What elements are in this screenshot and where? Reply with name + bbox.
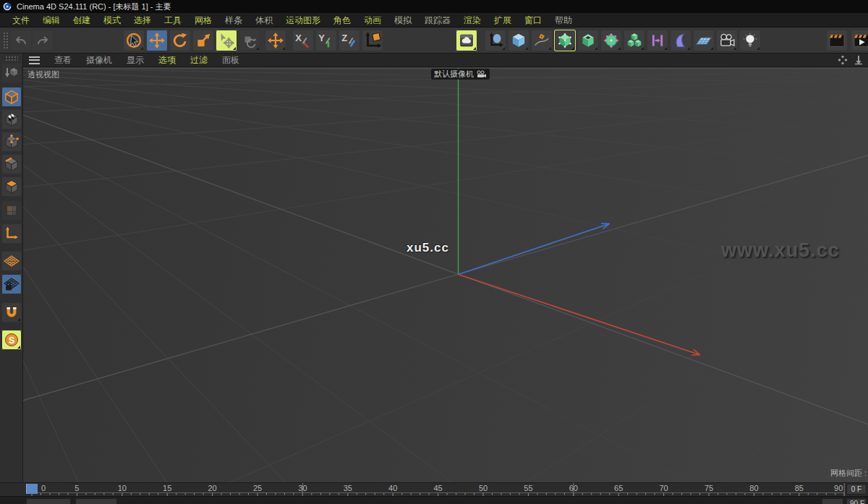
snap-button[interactable] [1,302,22,323]
menu-mesh[interactable]: 网格 [188,13,218,27]
live-selection-button[interactable] [123,30,145,51]
menu-extensions[interactable]: 扩展 [488,13,518,27]
vp-menu-options[interactable]: 选项 [151,54,183,67]
cube-primitive-button[interactable] [508,30,529,51]
start-frame-field[interactable] [26,498,71,504]
lock-x-axis-button[interactable]: X [292,30,314,51]
default-camera-chip[interactable]: 默认摄像机 [431,69,490,80]
menu-edit[interactable]: 编辑 [36,13,67,27]
field-button[interactable] [647,30,668,51]
menu-simulate[interactable]: 模拟 [388,13,418,27]
bend-deformer-button[interactable] [670,30,692,51]
vp-menu-display[interactable]: 显示 [119,54,151,67]
rotate-tool-button[interactable] [169,30,191,51]
lock-z-axis-button[interactable]: Z [339,30,360,51]
move-tool-button[interactable] [146,30,168,51]
workplane-button[interactable] [1,251,22,271]
locked-workplane-rotate-button[interactable] [239,30,260,51]
undo-button[interactable] [10,30,32,51]
make-editable-button[interactable] [1,63,22,83]
floor-button[interactable] [693,30,715,51]
play-preview-button[interactable] [851,30,868,51]
redo-button[interactable] [32,30,54,51]
uv-mode-button[interactable] [1,200,22,221]
uv-mode-icon [4,202,20,218]
points-mode-button[interactable] [1,132,22,152]
spline-pen-button[interactable] [531,30,553,51]
axis-mode-icon [4,226,20,242]
null-object-button[interactable] [485,30,506,51]
edges-mode-icon [4,156,20,172]
scale-icon [195,32,212,49]
texture-mode-button[interactable] [1,109,22,129]
menu-spline[interactable]: 样条 [218,13,249,27]
menu-character[interactable]: 角色 [327,13,357,27]
extrude-button[interactable] [577,30,599,51]
subdivision-surface-button[interactable] [554,30,576,51]
model-mode-button[interactable] [1,87,22,107]
toolbar-drag-handle[interactable] [3,32,8,49]
last-used-tool-button[interactable] [265,30,286,51]
axis-mode-button[interactable] [1,223,22,244]
cloner-button[interactable] [624,30,645,51]
extrude-icon [579,32,597,49]
menu-animate[interactable]: 动画 [357,13,388,27]
menu-mode[interactable]: 模式 [97,13,127,27]
timeline-tick-label: 25 [253,484,262,492]
lock-workplane-button[interactable] [1,274,22,294]
vp-menu-filter[interactable]: 过滤 [183,54,215,67]
timeline-tick-label: 60 [569,484,578,492]
tweak-mode-button[interactable] [216,30,237,51]
viewport-move-icon[interactable] [838,55,848,65]
lock-workplane-icon [4,276,20,292]
menu-file[interactable]: 文件 [6,13,36,27]
watermark-center: xu5.cc [407,241,449,255]
clapperboard-icon [827,31,846,50]
coordinate-system-button[interactable] [362,30,383,51]
frame-step-field[interactable] [75,498,117,504]
viewport-pin-icon[interactable] [854,55,864,65]
menu-select[interactable]: 选择 [127,13,158,27]
camera-button[interactable] [716,30,738,51]
grid-spacing-label: 网格间距 : [830,468,867,479]
render-view-button[interactable] [456,30,477,51]
window-title: Cinema 4D S24.111 (RC) - [未标题 1] - 主要 [17,1,171,12]
bend-icon [672,32,689,49]
light-button[interactable] [739,30,761,51]
timeline-tick-label: 30 [298,484,307,492]
menu-volume[interactable]: 体积 [249,13,279,27]
vp-menu-view[interactable]: 查看 [47,54,79,67]
timeline-window-button[interactable] [826,30,848,51]
menu-help[interactable]: 帮助 [548,13,579,27]
menu-mograph[interactable]: 运动图形 [279,13,327,27]
lock-y-axis-icon: Y [317,31,336,50]
lock-y-axis-button[interactable]: Y [315,30,337,51]
lock-x-axis-icon: X [294,31,312,50]
vp-menu-panel[interactable]: 面板 [215,54,247,67]
live-selection-icon [125,32,142,49]
lock-z-axis-icon: Z [340,31,359,50]
end-frame-field[interactable]: 90 F [846,498,867,504]
menu-create[interactable]: 创建 [67,13,97,27]
cloner-icon [626,32,643,49]
current-frame-field[interactable]: 0 F [846,484,867,495]
perspective-viewport[interactable]: 透视视图 默认摄像机 xu5.cc www.xu5.cc 网格间距 : [23,67,868,482]
timeline-playhead[interactable] [26,484,38,494]
svg-text:Y: Y [318,33,325,43]
deformer-sphere-icon [603,32,620,49]
scale-tool-button[interactable] [192,30,214,51]
menu-window[interactable]: 窗口 [518,13,548,27]
menu-tracker[interactable]: 跟踪器 [418,13,457,27]
timeline-ruler[interactable]: 051015202530354045505560657075808590 0 F [0,482,868,496]
light-icon [741,32,759,49]
quantize-button[interactable]: S [1,330,22,350]
edges-mode-button[interactable] [1,154,22,174]
deformer-button[interactable] [600,30,622,51]
menu-tools[interactable]: 工具 [158,13,188,27]
viewport-hamburger-icon[interactable] [29,56,40,64]
vp-menu-camera[interactable]: 摄像机 [79,54,119,67]
sidebar-drag-handle[interactable] [5,56,18,61]
polygons-mode-button[interactable] [1,176,22,197]
range-field[interactable] [822,498,843,504]
menu-render[interactable]: 渲染 [457,13,488,27]
